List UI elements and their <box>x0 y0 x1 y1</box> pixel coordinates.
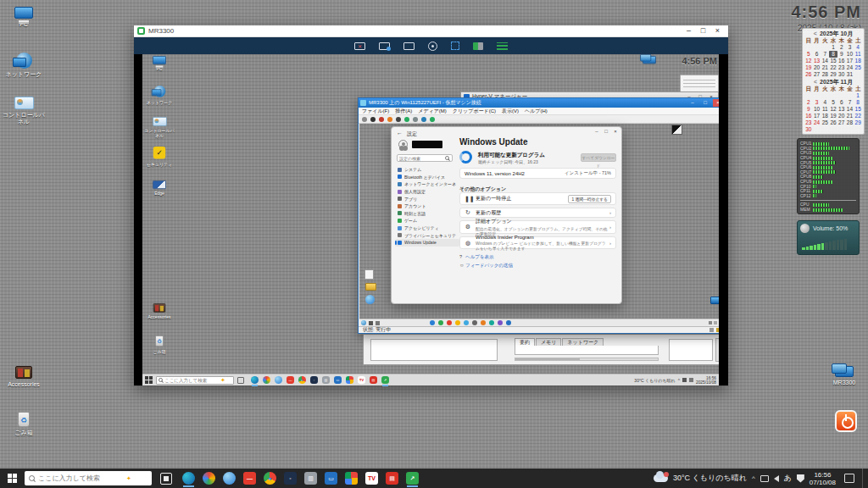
calendar-day-cell[interactable]: 12 <box>829 106 837 113</box>
calendar-day-cell[interactable]: 14 <box>846 106 854 113</box>
vm-toolbar-icon-0[interactable] <box>362 117 367 122</box>
red-app-icon[interactable]: ▤ <box>370 376 377 384</box>
vertical-scrollbar[interactable] <box>715 338 719 362</box>
vm-search-icon[interactable] <box>369 321 373 325</box>
calendar-day-cell[interactable]: 20 <box>837 113 846 119</box>
remote-start-icon[interactable] <box>145 376 153 384</box>
settings-nav-item-2[interactable]: ネットワークとインターネット <box>395 180 459 188</box>
calendar-day-cell[interactable]: 5 <box>829 99 837 106</box>
settings-nav-item-7[interactable]: ゲーム <box>395 217 459 225</box>
settings-nav-item-4[interactable]: アプリ <box>395 195 459 202</box>
taskbar-search-box[interactable]: ✦ <box>25 471 152 485</box>
start-button[interactable] <box>0 469 24 488</box>
desktop-icon-pc[interactable]: PC <box>2 7 46 28</box>
tver-icon[interactable]: TV <box>358 376 365 384</box>
monitor-sync-icon[interactable] <box>379 42 390 50</box>
settings-nav-item-6[interactable]: 時刻と言語 <box>395 210 459 218</box>
vm-menu-item[interactable]: メディア(M) <box>418 108 447 115</box>
vm-app-icon-6[interactable] <box>481 320 486 325</box>
calendar-day-cell[interactable]: 4 <box>821 99 829 106</box>
network-icon[interactable] <box>760 475 769 482</box>
calendar-day-cell[interactable]: 22 <box>854 113 862 119</box>
calendar-day-cell[interactable]: 28 <box>846 119 854 126</box>
media-dark-icon[interactable]: ◦ <box>310 376 318 384</box>
calendar-day-cell[interactable]: 2 <box>804 99 813 106</box>
red-app-icon[interactable]: ▤ <box>386 472 398 485</box>
vm-toolbar-icon-8[interactable] <box>430 117 435 122</box>
security-shield-icon[interactable] <box>797 474 804 483</box>
remote-icon-edge[interactable]: Edge <box>142 180 176 196</box>
pause-updates-row[interactable]: ❚❚ 更新の一時停止 1 週間一時停止する <box>459 192 616 205</box>
media-dark-icon[interactable]: ◦ <box>284 472 297 485</box>
calendar-day-cell[interactable]: 16 <box>804 113 813 119</box>
vm-app-icon-4[interactable] <box>464 320 469 325</box>
weather-text[interactable]: 30°C くもりのち晴れ <box>673 473 747 484</box>
disconnect-monitor-icon[interactable] <box>354 42 365 50</box>
remote-icon-network[interactable]: ネットワーク <box>142 86 176 105</box>
vm-toolbar-icon-4[interactable] <box>396 117 401 122</box>
edge-icon[interactable] <box>182 472 195 485</box>
remote-green-icon[interactable]: ↗ <box>381 376 389 384</box>
calendar-day-cell[interactable]: 9 <box>804 106 813 113</box>
calendar-day-cell[interactable]: 15 <box>829 58 837 64</box>
calendar-day-cell[interactable]: 11 <box>854 51 862 58</box>
calendar-day-cell[interactable]: 16 <box>837 58 846 64</box>
mail-red-icon[interactable]: — <box>287 376 294 384</box>
bank-icon[interactable]: ▥ <box>322 376 330 384</box>
remote-icon-pc[interactable]: PC <box>142 56 176 71</box>
pause-duration-dropdown[interactable]: 1 週間一時停止する <box>568 195 611 203</box>
settings-nav-item-0[interactable]: システム <box>395 166 459 174</box>
vm-titlebar[interactable]: MR3300 上の Win1125227UEFI - 仮想マシン接続 – □ × <box>359 98 719 108</box>
notification-center-icon[interactable] <box>844 474 854 483</box>
calendar-day-cell[interactable]: 11 <box>821 106 829 113</box>
calendar-day-cell[interactable]: 3 <box>846 44 854 51</box>
chrome-icon[interactable]: ● <box>298 376 306 384</box>
vm-start-icon[interactable] <box>361 320 366 325</box>
desktop-icon-mr3300[interactable]: MR3300 <box>822 366 866 386</box>
download-all-button[interactable]: すべてダウンロード <box>581 153 616 162</box>
vm-icon-display[interactable] <box>710 297 719 304</box>
office-shapes-icon[interactable] <box>346 376 353 384</box>
vm-toolbar-icon-1[interactable] <box>370 117 376 122</box>
remote-icon-accessories[interactable]: Accessories <box>142 303 176 319</box>
tray-icon[interactable] <box>689 378 693 382</box>
tray-icon[interactable] <box>682 378 687 382</box>
desktop-icon-recycle-bin[interactable]: ♻ ごみ箱 <box>2 412 46 436</box>
calendar-day-cell[interactable]: 25 <box>854 64 862 71</box>
mail-red-icon[interactable]: — <box>243 472 256 485</box>
settings-nav-item-8[interactable]: アクセシビリティ <box>395 225 459 232</box>
maximize-button[interactable]: □ <box>696 26 710 36</box>
designer-icon[interactable] <box>203 472 215 485</box>
vm-taskview-icon[interactable] <box>376 321 380 325</box>
vm-menu-item[interactable]: 表示(V) <box>502 108 519 115</box>
vm-app-icon-5[interactable] <box>472 320 477 325</box>
close-button[interactable]: × <box>710 26 725 36</box>
calendar-day-cell[interactable]: 18 <box>854 58 862 64</box>
remote-window-titlebar[interactable]: MR3300 – □ × <box>134 25 728 37</box>
calendar-day-cell[interactable]: 3 <box>813 99 821 106</box>
calendar-day-cell[interactable]: 26 <box>804 71 813 78</box>
calendar-day-cell[interactable]: 9 <box>837 51 846 58</box>
vm-app-icon-1[interactable] <box>438 320 443 325</box>
calendar-day-cell[interactable]: 18 <box>821 113 829 119</box>
calendar-day-cell[interactable]: 24 <box>813 119 821 126</box>
remote-search-input[interactable] <box>164 378 219 383</box>
settings-nav-item-10[interactable]: Windows Update <box>395 239 459 247</box>
vm-app-icon-0[interactable] <box>430 320 435 325</box>
calendar-day-cell[interactable]: 8 <box>829 51 837 58</box>
tver-icon[interactable]: TV <box>365 472 378 485</box>
task-view-button[interactable] <box>160 473 172 485</box>
chevron-up-icon[interactable]: ^ <box>678 378 680 383</box>
desktop-icon-network[interactable]: ネットワーク <box>2 53 46 78</box>
settings-nav-item-3[interactable]: 個人用設定 <box>395 188 459 196</box>
calendar-day-cell[interactable]: 10 <box>846 51 854 58</box>
horizontal-scrollbar[interactable] <box>515 358 659 361</box>
vm-icon-app[interactable] <box>365 295 375 304</box>
calendar-day-cell[interactable]: 6 <box>837 99 846 106</box>
calendar-day-cell[interactable]: 12 <box>804 58 813 64</box>
vm-toolbar-icon-6[interactable] <box>413 117 418 122</box>
calendar-day-cell[interactable]: 1 <box>829 44 837 51</box>
calendar-day-cell[interactable]: 10 <box>813 106 821 113</box>
remote-icon-display[interactable] <box>632 56 666 67</box>
settings-nav-item-5[interactable]: アカウント <box>395 202 459 210</box>
